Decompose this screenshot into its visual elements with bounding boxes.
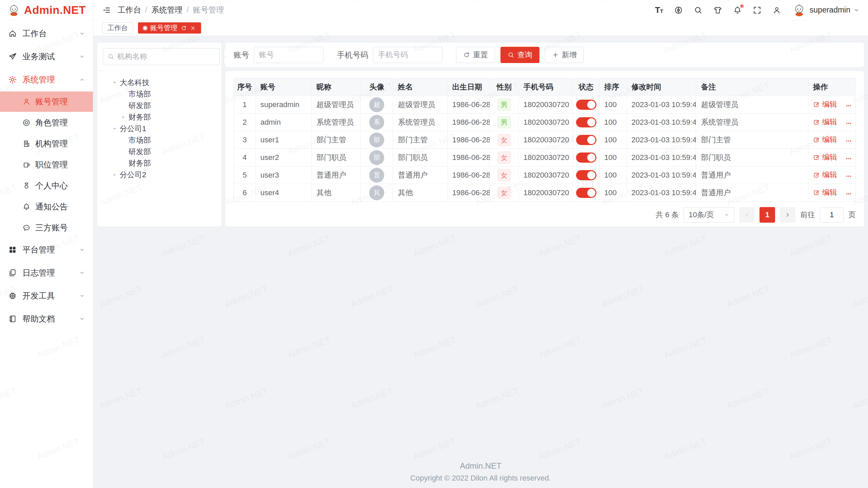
query-button[interactable]: 查询	[500, 47, 539, 63]
tab-label: 工作台	[107, 23, 128, 33]
status-toggle[interactable]	[576, 100, 596, 110]
org-search-input[interactable]	[117, 52, 215, 61]
tree-node[interactable]: 财务部	[103, 111, 216, 123]
tree-node[interactable]: 市场部	[103, 135, 216, 146]
tree-node[interactable]: 市场部	[103, 88, 216, 100]
add-button[interactable]: 新增	[545, 47, 584, 63]
tree-node[interactable]: 分公司2	[103, 169, 216, 181]
tab-refresh-icon[interactable]	[181, 25, 187, 31]
reset-button[interactable]: 重置	[456, 47, 495, 63]
page-size-select[interactable]: 10条/页	[684, 207, 734, 223]
sidebar-menu-item[interactable]: 系统管理	[0, 68, 93, 91]
cell-order: 100	[599, 166, 627, 184]
tab-active-dot-icon	[143, 26, 147, 30]
filter-panel: 账号 手机号码 重置 查询 新增	[225, 43, 864, 67]
font-size-icon[interactable]: TT	[655, 6, 663, 14]
sidebar-submenu-item[interactable]: 通知公告	[0, 197, 93, 217]
account-input[interactable]	[254, 47, 323, 63]
sidebar-submenu-item[interactable]: 角色管理	[0, 113, 93, 133]
breadcrumb-item[interactable]: 工作台	[118, 5, 141, 15]
logo[interactable]: Admin.NET	[0, 0, 93, 20]
next-page-button[interactable]	[780, 207, 795, 223]
status-toggle[interactable]	[576, 135, 596, 145]
sidebar-menu-item[interactable]: 日志管理	[0, 262, 93, 284]
status-toggle[interactable]	[576, 152, 596, 163]
sidebar-submenu-item[interactable]: 机构管理	[0, 134, 93, 154]
chevron-left-icon	[744, 212, 750, 218]
cell-nickname: 超级管理员	[312, 96, 361, 114]
tab[interactable]: 工作台	[102, 22, 133, 34]
tree-node[interactable]: 大名科技	[103, 77, 216, 88]
topbar-actions: TT superadmin	[655, 3, 859, 17]
sidebar-menu: 工作台 业务测试 系统管理 账号管理 角色管理 机构管理 职位管理 个人中心 通…	[0, 20, 93, 330]
edit-icon	[813, 171, 820, 178]
breadcrumb-item[interactable]: 系统管理	[151, 5, 182, 15]
caret-icon	[112, 126, 117, 131]
language-icon[interactable]	[674, 6, 683, 15]
prev-page-button[interactable]	[739, 207, 755, 223]
tree-node[interactable]: 研发部	[103, 146, 216, 158]
more-actions-icon[interactable]	[845, 173, 852, 180]
menu-icon	[8, 291, 17, 300]
chevron-icon	[79, 270, 85, 276]
menu-label: 日志管理	[22, 267, 55, 278]
chevron-right-icon	[785, 212, 791, 218]
more-actions-icon[interactable]	[845, 190, 852, 197]
more-actions-icon[interactable]	[845, 155, 852, 162]
tab[interactable]: 账号管理	[138, 22, 201, 34]
avatar: 系	[369, 115, 384, 130]
more-actions-icon[interactable]	[845, 138, 852, 144]
tree-node-label: 分公司2	[120, 170, 146, 180]
page-number[interactable]: 1	[760, 207, 775, 223]
tree-node[interactable]: 财务部	[103, 158, 216, 169]
sidebar-menu-item[interactable]: 帮助文档	[0, 308, 93, 330]
edit-button[interactable]: 编辑	[813, 99, 837, 109]
pagination: 共 6 条 10条/页 1 前往 页	[234, 207, 856, 223]
edit-button[interactable]: 编辑	[813, 117, 837, 127]
notification-icon[interactable]	[733, 6, 742, 15]
username: superadmin	[810, 5, 850, 15]
theme-icon[interactable]	[713, 6, 722, 15]
avatar: 普	[369, 168, 384, 183]
phone-input[interactable]	[373, 47, 442, 63]
status-toggle[interactable]	[576, 170, 596, 180]
user-menu[interactable]: superadmin	[792, 3, 859, 17]
search-icon[interactable]	[694, 6, 703, 15]
sidebar-submenu-item[interactable]: 三方账号	[0, 218, 93, 238]
more-actions-icon[interactable]	[845, 120, 852, 127]
goto-page-input[interactable]	[820, 207, 844, 223]
caret-icon	[112, 172, 117, 177]
edit-button[interactable]: 编辑	[813, 170, 837, 180]
sidebar-menu-item[interactable]: 开发工具	[0, 285, 93, 307]
sidebar-submenu-item[interactable]: 个人中心	[0, 176, 93, 196]
edit-label: 编辑	[822, 152, 837, 162]
sidebar-submenu-item[interactable]: 账号管理	[0, 92, 93, 112]
cell-birthdate: 1986-06-28	[447, 184, 490, 202]
fullscreen-icon[interactable]	[753, 6, 762, 15]
sidebar-submenu-item[interactable]: 职位管理	[0, 155, 93, 175]
accounts-table-panel: 序号账号昵称头像姓名出生日期性别手机号码状态排序修改时间备注操作 1 super…	[225, 71, 864, 226]
menu-icon	[22, 182, 31, 190]
tree-node[interactable]: 分公司1	[103, 123, 216, 135]
breadcrumb-item[interactable]: 账号管理	[193, 5, 224, 15]
tab-close-icon[interactable]	[190, 25, 196, 31]
menu-fold-icon[interactable]	[102, 6, 111, 15]
status-toggle[interactable]	[576, 188, 596, 198]
cell-order: 100	[599, 114, 627, 131]
sidebar-menu-item[interactable]: 业务测试	[0, 45, 93, 68]
edit-button[interactable]: 编辑	[813, 135, 837, 145]
cell-phone: 18020030720	[518, 131, 573, 149]
edit-button[interactable]: 编辑	[813, 152, 837, 162]
org-search-field[interactable]	[103, 48, 220, 65]
sidebar-menu-item[interactable]: 工作台	[0, 22, 93, 45]
status-toggle[interactable]	[576, 117, 596, 127]
column-header: 手机号码	[518, 78, 573, 96]
cell-phone: 18020030720	[518, 114, 573, 131]
chevron-icon	[79, 247, 85, 252]
sidebar-menu-item[interactable]: 平台管理	[0, 239, 93, 261]
tree-node[interactable]: 研发部	[103, 100, 216, 111]
more-actions-icon[interactable]	[845, 102, 852, 109]
profile-icon[interactable]	[772, 6, 781, 15]
cell-account: user3	[256, 166, 312, 184]
edit-button[interactable]: 编辑	[813, 187, 837, 198]
